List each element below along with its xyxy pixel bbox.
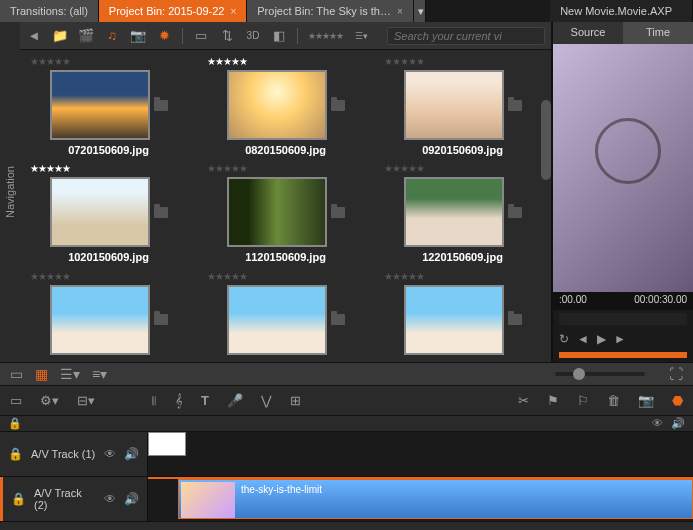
tab-bin-active[interactable]: Project Bin: 2015-09-22× [99,0,247,22]
tab-transitions[interactable]: Transitions: (all) [0,0,99,22]
tracks-area: 🔒 A/V Track (1) 👁 🔊 🔒 A/V Track (2) 👁 🔊 … [0,432,693,522]
source-tab[interactable]: Source [553,22,623,44]
filename: 0720150609.jpg [68,144,149,156]
folder-badge-icon [508,314,522,325]
media-item[interactable]: ★★★★★0720150609.jpg [30,56,187,157]
folder-badge-icon [154,207,168,218]
rating: ★★★★★ [30,271,70,283]
project-title: New Movie.Movie.AXP [550,0,693,22]
tab-bin[interactable]: Project Bin: The Sky is th…× [247,0,414,22]
media-item[interactable]: ★★★★★ [207,271,364,356]
media-item[interactable]: ★★★★★0820150609.jpg [207,56,364,157]
zoom-slider[interactable] [555,372,645,376]
thumbnail [404,70,504,140]
loop-icon[interactable]: ↻ [559,332,569,346]
rating-filter[interactable]: ★★★★★ [308,31,343,41]
thumbnail [227,285,327,355]
razor-icon[interactable]: ✂ [518,393,529,408]
track-body[interactable] [148,432,693,476]
bin-icon[interactable]: 📁 [52,28,68,44]
lock-icon[interactable]: 🔒 [11,492,26,506]
library-view-toolbar: ▭ ▦ ☰▾ ≡▾ ⛶ [0,362,693,386]
snapshot-icon[interactable]: 📷 [638,393,654,408]
rating: ★★★★★ [207,56,247,68]
folder-badge-icon [508,207,522,218]
mark-out-icon[interactable]: ⚐ [577,393,589,408]
preview-range[interactable] [559,352,687,358]
mark-in-icon[interactable]: ⚑ [547,393,559,408]
delete-icon[interactable]: 🗑 [607,393,620,408]
eye-all-icon[interactable]: 👁 [652,417,663,430]
back-icon[interactable]: ◄ [26,28,42,44]
tab-label: Project Bin: The Sky is th… [257,5,391,17]
speaker-icon[interactable]: 🔊 [124,492,139,506]
search-input[interactable] [387,27,545,45]
tab-label: Project Bin: 2015-09-22 [109,5,225,17]
audio-icon[interactable]: ♫ [104,28,120,44]
lock-all-icon[interactable]: 🔒 [8,417,22,430]
thumbnail [50,70,150,140]
music-icon[interactable]: 𝄞 [175,393,183,409]
thumbnail-grid: ★★★★★0720150609.jpg ★★★★★0820150609.jpg … [20,50,551,362]
media-item[interactable]: ★★★★★1120150609.jpg [207,163,364,264]
media-item[interactable]: ★★★★★0920150609.jpg [384,56,541,157]
title-icon[interactable]: T [201,393,209,408]
grid-view-icon[interactable]: ▦ [35,366,48,382]
close-tab-icon[interactable]: × [230,6,236,17]
details-view-icon[interactable]: ≡▾ [92,366,107,382]
eye-icon[interactable]: 👁 [104,492,116,506]
track-label: A/V Track (1) [31,448,96,460]
clip-thumbnail [181,482,235,518]
media-item[interactable]: ★★★★★1020150609.jpg [30,163,187,264]
rating: ★★★★★ [384,56,424,68]
tab-overflow[interactable]: ▾ [414,0,426,22]
track-label: A/V Track (2) [34,487,96,511]
track-body[interactable]: the-sky-is-the-limit [148,477,693,521]
filter-dropdown-icon[interactable]: ☰▾ [353,28,369,44]
tool-storyboard-icon[interactable]: ▭ [10,393,22,408]
view-3d[interactable]: 3D [245,28,261,44]
clip[interactable]: the-sky-is-the-limit [178,479,693,519]
audio-meter-icon[interactable]: ⫴ [151,393,157,409]
thumbnail [50,285,150,355]
speaker-icon[interactable]: 🔊 [124,447,139,461]
filename: 1220150609.jpg [422,251,503,263]
scrollbar[interactable] [541,100,551,180]
marker-icon[interactable]: ⋁ [261,393,272,408]
clip[interactable] [148,432,186,456]
tag-icon[interactable]: ◧ [271,28,287,44]
storyboard-icon[interactable]: ▭ [10,366,23,382]
tab-bar: Transitions: (all) Project Bin: 2015-09-… [0,0,693,22]
voice-icon[interactable]: 🎤 [227,393,243,408]
track-header[interactable]: 🔒 A/V Track (2) 👁 🔊 [0,477,148,521]
rating: ★★★★★ [384,163,424,175]
sort-icon[interactable]: ⇅ [219,28,235,44]
next-frame-icon[interactable]: ► [614,332,626,346]
speaker-all-icon[interactable]: 🔊 [671,417,685,430]
folder-icon[interactable]: ▭ [193,28,209,44]
list-view-icon[interactable]: ☰▾ [60,366,80,382]
lock-icon[interactable]: 🔒 [8,447,23,461]
tool-snap-icon[interactable]: ⊟▾ [77,393,95,408]
video-icon[interactable]: 🎬 [78,28,94,44]
media-item[interactable]: ★★★★★1220150609.jpg [384,163,541,264]
marker-add-icon[interactable]: ⬣ [672,393,683,408]
expand-icon[interactable]: ⛶ [669,366,683,382]
timeline-tab[interactable]: Time [623,22,693,44]
tc-end: 00:00:30.00 [634,294,687,308]
multicam-icon[interactable]: ⊞ [290,393,301,408]
folder-badge-icon [154,100,168,111]
media-item[interactable]: ★★★★★ [30,271,187,356]
photo-icon[interactable]: 📷 [130,28,146,44]
preview-scrubber[interactable] [559,313,687,325]
tool-settings-icon[interactable]: ⚙▾ [40,393,59,408]
eye-icon[interactable]: 👁 [104,447,116,461]
navigation-strip[interactable]: Navigation [0,22,20,362]
media-item[interactable]: ★★★★★ [384,271,541,356]
track-row: 🔒 A/V Track (2) 👁 🔊 the-sky-is-the-limit [0,477,693,522]
effect-icon[interactable]: ✹ [156,28,172,44]
close-tab-icon[interactable]: × [397,6,403,17]
play-icon[interactable]: ▶ [597,332,606,346]
prev-frame-icon[interactable]: ◄ [577,332,589,346]
track-header[interactable]: 🔒 A/V Track (1) 👁 🔊 [0,432,148,476]
